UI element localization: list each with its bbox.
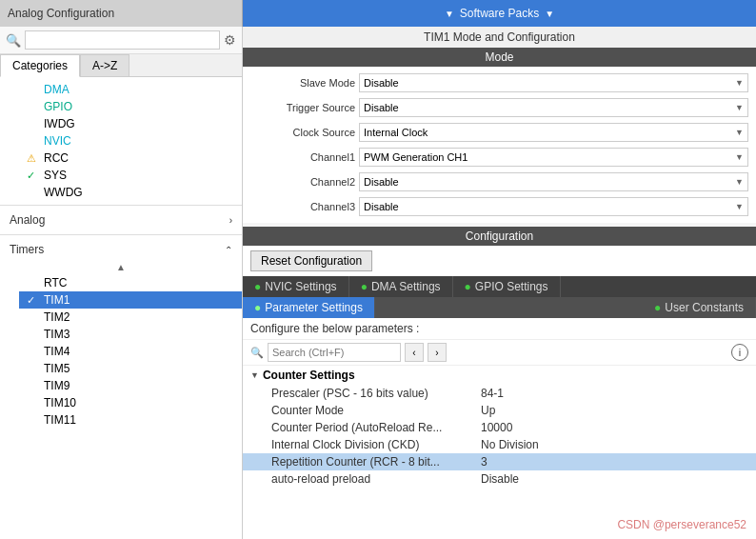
sidebar-item-nvic[interactable]: NVIC [19, 132, 242, 150]
reset-configuration-button[interactable]: Reset Configuration [250, 250, 372, 271]
config-tabs-row: ● NVIC Settings ● DMA Settings ● GPIO Se… [243, 276, 756, 297]
counter-settings-header[interactable]: ▼ Counter Settings [243, 366, 756, 385]
tree-row-prescaler: Prescaler (PSC - 16 bits value) 84-1 [243, 385, 756, 402]
sidebar-search-bar: 🔍 ⚙ [0, 27, 242, 54]
sidebar-item-rcc[interactable]: ⚠ RCC [19, 150, 242, 167]
params-area: Configure the below parameters : 🔍 ‹ › i… [243, 318, 756, 539]
user-check-icon: ● [654, 301, 661, 314]
reset-btn-area: Reset Configuration [243, 246, 756, 276]
gpio-check-icon: ● [465, 280, 471, 293]
chevron-right-icon: ▼ [545, 9, 554, 19]
sidebar-search-input[interactable] [25, 30, 220, 50]
slave-mode-arrow: ▼ [735, 78, 744, 88]
slave-mode-label: Slave Mode [250, 77, 355, 89]
channel3-row: Channel3 Disable ▼ [243, 194, 756, 219]
tree-row-auto-reload: auto-reload preload Disable [243, 470, 756, 488]
channel1-arrow: ▼ [735, 152, 744, 162]
gear-icon[interactable]: ⚙ [224, 32, 236, 48]
analog-chevron: › [229, 215, 232, 226]
channel3-label: Channel3 [250, 201, 355, 212]
sidebar-item-tim3[interactable]: TIM3 [19, 326, 242, 343]
channel2-select[interactable]: Disable ▼ [359, 172, 748, 191]
params-search-bar: 🔍 ‹ › i [243, 340, 756, 366]
connectivity-group: DMA GPIO IWDG NVIC ⚠ RCC [0, 81, 242, 201]
next-arrow-button[interactable]: › [428, 343, 447, 362]
right-panel: TIM1 Mode and Configuration Mode Slave M… [243, 27, 756, 539]
dma-check-icon: ● [361, 280, 368, 293]
tab-user-constants[interactable]: ● User Constants [643, 297, 756, 318]
sidebar-section-timers[interactable]: Timers ⌃ [0, 239, 242, 260]
nvic-check-icon: ● [254, 280, 261, 293]
channel2-label: Channel2 [250, 176, 355, 188]
mode-section-bar: Mode [243, 48, 756, 67]
sidebar-tabs: Categories A->Z [0, 54, 242, 77]
trigger-source-label: Trigger Source [250, 102, 355, 113]
tree-row-counter-period: Counter Period (AutoReload Re... 10000 [243, 419, 756, 436]
sidebar-list: DMA GPIO IWDG NVIC ⚠ RCC [0, 77, 242, 539]
tab-nvic-settings[interactable]: ● NVIC Settings [243, 276, 349, 297]
check-icon-sys: ✓ [27, 170, 40, 182]
sidebar-section-analog[interactable]: Analog › [0, 210, 242, 230]
trigger-source-row: Trigger Source Disable ▼ [243, 95, 756, 120]
params-search-icon: 🔍 [250, 347, 264, 359]
tree-row-internal-clock-division: Internal Clock Division (CKD) No Divisio… [243, 436, 756, 453]
prev-arrow-button[interactable]: ‹ [405, 343, 424, 362]
channel1-row: Channel1 PWM Generation CH1 ▼ [243, 145, 756, 170]
sidebar-item-rtc[interactable]: RTC [19, 274, 242, 291]
tree-row-repetition-counter[interactable]: Repetition Counter (RCR - 8 bit... 3 [243, 453, 756, 470]
analog-label: Analog [10, 213, 45, 227]
tab-categories[interactable]: Categories [0, 54, 80, 77]
chevron-down-icon: ▼ [445, 9, 454, 19]
tab-gpio-settings[interactable]: ● GPIO Settings [453, 276, 561, 297]
sidebar: 🔍 ⚙ Categories A->Z DMA GP [0, 27, 243, 539]
software-packs-button[interactable]: ▼ Software Packs ▼ [445, 7, 554, 20]
panel-title: TIM1 Mode and Configuration [243, 27, 756, 48]
sidebar-item-tim2[interactable]: TIM2 [19, 309, 242, 326]
sidebar-item-wwdg[interactable]: WWDG [19, 184, 242, 201]
clock-source-row: Clock Source Internal Clock ▼ [243, 120, 756, 145]
sidebar-item-tim4[interactable]: TIM4 [19, 343, 242, 360]
timers-chevron: ⌃ [225, 245, 232, 255]
sidebar-item-gpio[interactable]: GPIO [19, 98, 242, 115]
sidebar-item-tim9[interactable]: TIM9 [19, 377, 242, 394]
sort-icon: ▲ [116, 262, 126, 272]
sidebar-item-iwdg[interactable]: IWDG [19, 115, 242, 132]
channel2-row: Channel2 Disable ▼ [243, 170, 756, 194]
sidebar-item-tim5[interactable]: TIM5 [19, 360, 242, 377]
sidebar-item-tim10[interactable]: TIM10 [19, 394, 242, 411]
tab-parameter-settings[interactable]: ● Parameter Settings [243, 297, 375, 318]
slave-mode-row: Slave Mode Disable ▼ [243, 70, 756, 95]
sidebar-item-sys[interactable]: ✓ SYS [19, 167, 242, 184]
timers-label: Timers [10, 243, 44, 256]
param-check-icon: ● [254, 301, 261, 314]
sidebar-item-tim11[interactable]: TIM11 [19, 411, 242, 429]
sidebar-item-tim1[interactable]: ✓ TIM1 [19, 291, 242, 309]
tree-row-counter-mode: Counter Mode Up [243, 402, 756, 419]
channel3-select[interactable]: Disable ▼ [359, 197, 748, 216]
channel1-select[interactable]: PWM Generation CH1 ▼ [359, 148, 748, 167]
clock-source-select[interactable]: Internal Clock ▼ [359, 123, 748, 142]
left-header-title: Analog Configuration [0, 0, 243, 27]
tab-dma-settings[interactable]: ● DMA Settings [349, 276, 453, 297]
tab-az[interactable]: A->Z [80, 54, 129, 76]
info-icon[interactable]: i [731, 344, 748, 361]
config-tabs-row2: ● Parameter Settings ● User Constants [243, 297, 756, 318]
trigger-source-arrow: ▼ [735, 103, 744, 112]
params-search-input[interactable] [268, 343, 401, 362]
check-icon-tim1: ✓ [27, 294, 40, 307]
params-label: Configure the below parameters : [243, 318, 756, 340]
configuration-section-bar: Configuration [243, 227, 756, 246]
slave-mode-select[interactable]: Disable ▼ [359, 73, 748, 92]
clock-source-label: Clock Source [250, 127, 355, 138]
timers-group: RTC ✓ TIM1 TIM2 TIM3 TIM4 [0, 274, 242, 429]
clock-source-arrow: ▼ [735, 128, 744, 137]
sidebar-item-dma[interactable]: DMA [19, 81, 242, 98]
trigger-source-select[interactable]: Disable ▼ [359, 98, 748, 117]
mode-form-area: Slave Mode Disable ▼ Trigger Source Disa… [243, 67, 756, 223]
right-header: ▼ Software Packs ▼ [243, 0, 756, 27]
channel1-label: Channel1 [250, 151, 355, 163]
search-icon: 🔍 [6, 33, 21, 48]
counter-settings-chevron: ▼ [250, 370, 259, 380]
params-tree: ▼ Counter Settings Prescaler (PSC - 16 b… [243, 366, 756, 539]
channel3-arrow: ▼ [735, 202, 744, 211]
